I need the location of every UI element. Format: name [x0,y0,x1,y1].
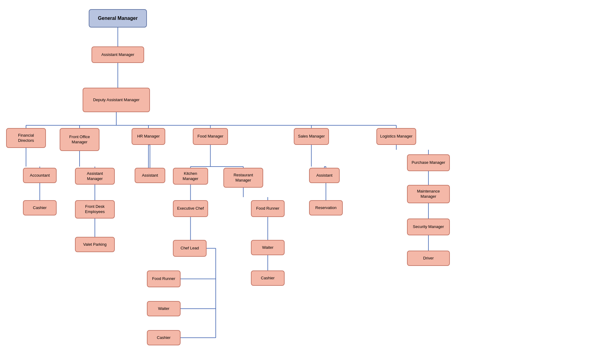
org-chart: General ManagerAssistant ManagerDeputy A… [0,0,590,364]
food_runner_rm-node: Food Runner [251,200,285,217]
reservation-node: Reservation [309,200,343,215]
security_manager-node: Security Manager [407,219,450,235]
general_manager-node: General Manager [89,9,147,28]
food_manager-node: Food Manager [193,128,228,145]
cashier_rm-node: Cashier [251,270,285,286]
front_desk_employees-node: Front Desk Employees [75,200,115,219]
deputy_assistant_manager-node: Deputy Assistant Manager [83,88,150,112]
asst_mgr_fo-node: Assistant Manager [75,168,115,185]
food_runner_km-node: Food Runner [147,270,181,287]
assistant_manager-node: Assistant Manager [91,46,144,63]
cashier_fin-node: Cashier [23,200,57,215]
executive_chef-node: Executive Chef [173,200,208,217]
hr_manager-node: HR Manager [132,128,165,145]
restaurant_manager-node: Restaurant Manager [223,168,263,188]
front_office_manager-node: Front Office Manager [60,128,99,151]
waiter_km-node: Waiter [147,301,181,316]
valet_parking-node: Valet Parking [75,237,115,252]
accountant-node: Accountant [23,168,57,183]
assistant_sales-node: Assistant [309,168,340,183]
assistant_hr-node: Assistant [135,168,165,183]
purchase_manager-node: Purchase Manager [407,154,450,171]
waiter_rm-node: Waiter [251,240,285,255]
maintenance_manager-node: Maintenance Manager [407,185,450,203]
financial_directors-node: Financial Directors [6,128,46,148]
driver-node: Driver [407,251,450,266]
chef_lead-node: Chef Lead [173,240,207,257]
sales_manager-node: Sales Manager [294,128,329,145]
logistics_manager-node: Logistics Manager [376,128,416,145]
kitchen_manager-node: Kitchen Manager [173,168,208,185]
cashier_km-node: Cashier [147,330,181,345]
